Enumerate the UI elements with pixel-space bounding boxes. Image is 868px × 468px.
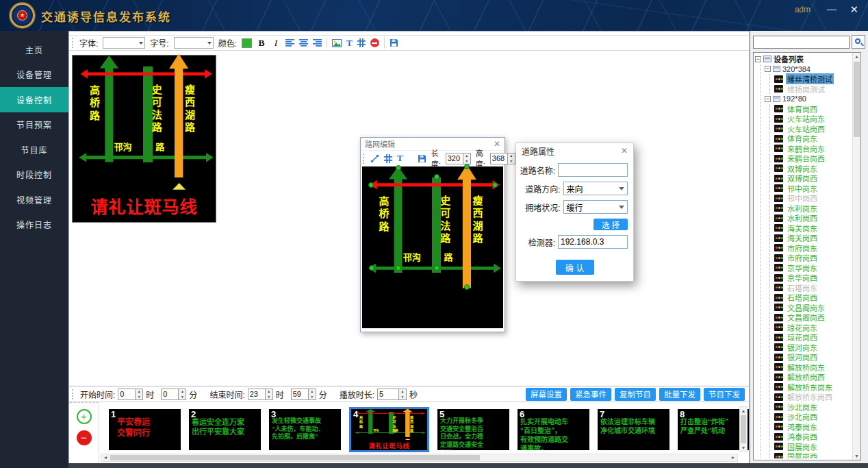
sidebar-item-program-plan[interactable]: 节目预案 bbox=[0, 112, 68, 138]
duration-input[interactable] bbox=[378, 389, 398, 399]
spinner-arrows[interactable]: ▲▼ bbox=[265, 389, 272, 399]
length-spinner[interactable]: ▲▼ bbox=[446, 153, 471, 164]
edit-handle-orange-tip[interactable] bbox=[464, 164, 470, 169]
save-icon[interactable] bbox=[418, 154, 426, 163]
scrollbar-thumb[interactable] bbox=[854, 62, 860, 137]
road-network-edit-canvas[interactable]: 高桥路史可法路瘦西湖路邗沟路 bbox=[362, 167, 503, 328]
road-direction-select[interactable]: 来向 bbox=[563, 182, 628, 195]
program-send-button[interactable]: 节目下发 bbox=[704, 388, 745, 401]
duration-spinner[interactable]: ▲▼ bbox=[377, 389, 407, 400]
close-icon[interactable]: ✕ bbox=[621, 146, 628, 156]
tree-device-item[interactable]: 体育岗西 bbox=[770, 104, 852, 114]
sidebar-item-video-management[interactable]: 视频管理 bbox=[0, 187, 68, 212]
tree-device-item[interactable]: 鸿泰岗东 bbox=[770, 422, 852, 432]
playlist-vertical-scrollbar[interactable]: ▲▼ bbox=[739, 406, 748, 452]
tree-device-item[interactable]: 文昌阁岗西 bbox=[770, 312, 852, 323]
minimize-button[interactable]: — bbox=[827, 3, 837, 14]
draw-line-icon[interactable] bbox=[370, 154, 379, 163]
confirm-button[interactable]: 确 认 bbox=[556, 260, 594, 275]
tree-device-item[interactable]: 石塔岗西 bbox=[770, 293, 852, 303]
tree-device-item[interactable]: 解放桥东岗西 bbox=[770, 392, 852, 402]
roadmap-message[interactable]: 请礼让斑马线 bbox=[73, 193, 216, 218]
playlist-item[interactable]: 5大力开展秋冬季交通安全整治百日会战，全力稳定道路交通安全形势！ bbox=[437, 409, 509, 450]
road-label-left[interactable]: 高桥路 bbox=[376, 196, 391, 234]
edit-handle-middle-top[interactable] bbox=[434, 174, 439, 180]
tree-group-row[interactable]: −192*80 bbox=[761, 94, 852, 104]
italic-button[interactable]: I bbox=[271, 38, 281, 49]
tree-device-item[interactable]: 海关岗东 bbox=[770, 223, 852, 234]
tree-device-item[interactable]: 维扬岗测试 bbox=[770, 84, 852, 95]
playlist-item[interactable]: 6扎实开展电动车“百日整治”，有效预防道路交通事故。 bbox=[518, 409, 589, 450]
sidebar-item-device-management[interactable]: 设备管理 bbox=[0, 62, 68, 88]
spin-up-icon[interactable]: ▲ bbox=[508, 153, 515, 159]
insert-text-icon[interactable]: T bbox=[397, 153, 403, 164]
spin-up-icon[interactable]: ▲ bbox=[399, 389, 406, 395]
tree-group-row[interactable]: −320*384 bbox=[761, 64, 852, 75]
tree-expander-icon[interactable]: − bbox=[765, 96, 771, 102]
tree-device-item[interactable]: 国展岗西 bbox=[770, 452, 852, 458]
device-search-input[interactable] bbox=[753, 36, 850, 49]
spinner-arrows[interactable]: ▲▼ bbox=[463, 153, 470, 164]
end-hour-spinner[interactable]: ▲▼ bbox=[248, 389, 273, 400]
tree-device-item[interactable]: 来鹤台岗西 bbox=[770, 153, 852, 164]
spin-up-icon[interactable]: ▲ bbox=[136, 389, 142, 395]
playlist-horizontal-scrollbar[interactable]: ◄► bbox=[101, 454, 738, 462]
road-label-bottom-left[interactable]: 邗沟 bbox=[114, 140, 132, 153]
tree-expander-icon[interactable]: − bbox=[765, 66, 771, 72]
align-center-icon[interactable] bbox=[299, 39, 308, 47]
edit-handle-left-tip[interactable] bbox=[396, 165, 401, 171]
playlist-item[interactable]: 7依法治理非标车辆净化城市交通环境 bbox=[598, 409, 669, 450]
tree-device-item[interactable]: 双博岗东 bbox=[770, 164, 852, 174]
scroll-up-icon[interactable]: ▲ bbox=[740, 407, 747, 415]
tree-device-item[interactable]: 解放桥岗东 bbox=[770, 362, 852, 373]
playlist-item[interactable]: 2春运安全连万家出行平安靠大家 bbox=[189, 409, 261, 450]
scroll-down-icon[interactable]: ▼ bbox=[853, 452, 860, 460]
save-icon[interactable] bbox=[390, 38, 398, 47]
start-hour-spinner[interactable]: ▲▼ bbox=[118, 389, 143, 400]
edit-handle-red-right[interactable] bbox=[492, 182, 498, 188]
tree-device-item[interactable]: 火车站岗东 bbox=[770, 114, 852, 124]
tree-device-item[interactable]: 沙北岗东 bbox=[770, 402, 852, 412]
color-swatch[interactable] bbox=[242, 38, 252, 48]
height-input[interactable] bbox=[491, 153, 507, 164]
tree-device-item[interactable]: 水利岗西 bbox=[770, 213, 852, 223]
tree-device-item[interactable]: 银河岗西 bbox=[770, 352, 852, 362]
spin-up-icon[interactable]: ▲ bbox=[266, 389, 272, 395]
sidebar-item-time-control[interactable]: 时段控制 bbox=[0, 162, 68, 188]
tree-device-item[interactable]: 琼花岗东 bbox=[770, 323, 852, 333]
spin-up-icon[interactable]: ▲ bbox=[179, 389, 186, 395]
spinner-arrows[interactable]: ▲▼ bbox=[398, 389, 406, 399]
road-label-left[interactable]: 高桥路 bbox=[87, 85, 101, 123]
tree-device-item[interactable]: 邗中岗东 bbox=[770, 184, 852, 194]
align-right-icon[interactable] bbox=[313, 39, 322, 47]
tree-device-item[interactable]: 市府岗东 bbox=[770, 243, 852, 254]
road-label-middle[interactable]: 史可法路 bbox=[149, 84, 164, 134]
tree-device-item[interactable]: 邗中岗西 bbox=[770, 193, 852, 204]
sidebar-item-operation-log[interactable]: 操作日志 bbox=[0, 212, 68, 238]
tree-device-item[interactable]: 京华岗东 bbox=[770, 263, 852, 273]
tree-expander-icon[interactable]: − bbox=[755, 56, 761, 62]
scroll-down-icon[interactable]: ▼ bbox=[740, 444, 747, 452]
font-select[interactable] bbox=[103, 37, 145, 49]
tree-device-item[interactable]: 国展岗东 bbox=[770, 442, 852, 452]
tree-device-item[interactable]: 沙北岗西 bbox=[770, 412, 852, 422]
scroll-left-icon[interactable]: ◄ bbox=[101, 454, 110, 462]
spin-down-icon[interactable]: ▼ bbox=[463, 158, 470, 164]
emergency-event-button[interactable]: 紧急事件 bbox=[570, 388, 611, 401]
spinner-arrows[interactable]: ▲▼ bbox=[135, 389, 142, 399]
end-minute-spinner[interactable]: ▲▼ bbox=[291, 389, 316, 400]
bold-button[interactable]: B bbox=[257, 38, 266, 49]
tree-device-item[interactable]: 火车站岗西 bbox=[770, 124, 852, 134]
spin-down-icon[interactable]: ▼ bbox=[508, 158, 515, 164]
road-label-middle[interactable]: 史可法路 bbox=[437, 195, 452, 245]
delete-icon[interactable] bbox=[370, 38, 379, 47]
start-hour-input[interactable] bbox=[118, 389, 135, 399]
road-label-bottom-right[interactable]: 路 bbox=[155, 140, 164, 153]
tree-root-row[interactable]: −设备列表 bbox=[755, 54, 852, 64]
scroll-right-icon[interactable]: ► bbox=[729, 454, 737, 462]
congestion-select[interactable]: 缓行 bbox=[563, 200, 628, 214]
copy-program-button[interactable]: 复制节目 bbox=[615, 388, 656, 401]
spin-down-icon[interactable]: ▼ bbox=[309, 394, 316, 399]
tree-device-item[interactable]: 体育岗东 bbox=[770, 134, 852, 144]
spin-down-icon[interactable]: ▼ bbox=[399, 394, 406, 399]
